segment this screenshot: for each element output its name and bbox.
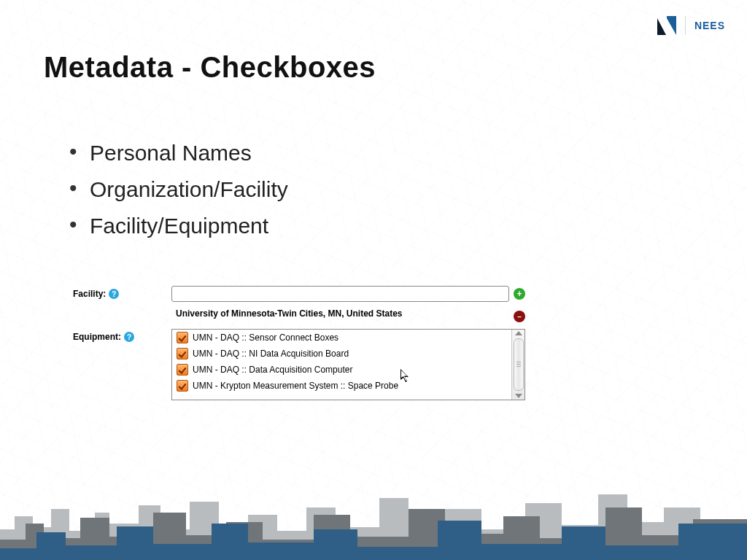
nees-mark-icon bbox=[657, 16, 676, 35]
remove-facility-button[interactable]: – bbox=[514, 311, 525, 322]
bullet-list: Personal Names Organization/Facility Fac… bbox=[69, 135, 288, 244]
facility-label: Facility: ? bbox=[73, 286, 171, 299]
brand-text: NEES bbox=[694, 20, 725, 31]
equipment-label: Equipment: ? bbox=[73, 329, 171, 342]
scroll-down-icon[interactable] bbox=[515, 394, 522, 398]
equipment-listbox[interactable]: UMN - DAQ :: Sensor Connect Boxes UMN - … bbox=[171, 329, 525, 400]
scroll-up-icon[interactable] bbox=[515, 331, 522, 335]
skyline-decoration bbox=[0, 472, 747, 560]
embedded-form-screenshot: Facility: ? + University of Minnesota-Tw… bbox=[73, 286, 525, 405]
equipment-option[interactable]: UMN - DAQ :: Data Acquisition Computer bbox=[172, 362, 511, 378]
svg-marker-0 bbox=[657, 18, 666, 35]
checkbox-checked-icon[interactable] bbox=[177, 364, 188, 376]
bullet-item: Facility/Equipment bbox=[69, 208, 288, 244]
equipment-option[interactable]: UMN - DAQ :: Sensor Connect Boxes bbox=[172, 330, 511, 346]
equipment-option[interactable]: UMN - Krypton Measurement System :: Spac… bbox=[172, 378, 511, 394]
help-icon[interactable]: ? bbox=[124, 332, 134, 342]
slide-title: Metadata - Checkboxes bbox=[44, 51, 376, 84]
equipment-option[interactable]: UMN - DAQ :: NI Data Acquisition Board bbox=[172, 346, 511, 362]
checkbox-checked-icon[interactable] bbox=[177, 348, 188, 359]
svg-marker-1 bbox=[667, 16, 676, 35]
logo-divider bbox=[685, 16, 686, 35]
help-icon[interactable]: ? bbox=[109, 289, 119, 299]
checkbox-checked-icon[interactable] bbox=[177, 332, 188, 343]
scrollbar[interactable] bbox=[511, 330, 525, 400]
brand-logo: NEES bbox=[657, 16, 725, 35]
add-facility-button[interactable]: + bbox=[514, 288, 525, 300]
facility-input[interactable] bbox=[171, 286, 509, 302]
scroll-thumb[interactable] bbox=[514, 338, 524, 391]
facility-selected-value: University of Minnesota-Twin Cities, MN,… bbox=[171, 306, 509, 324]
checkbox-checked-icon[interactable] bbox=[177, 380, 188, 392]
bullet-item: Organization/Facility bbox=[69, 171, 288, 208]
bullet-item: Personal Names bbox=[69, 135, 288, 171]
